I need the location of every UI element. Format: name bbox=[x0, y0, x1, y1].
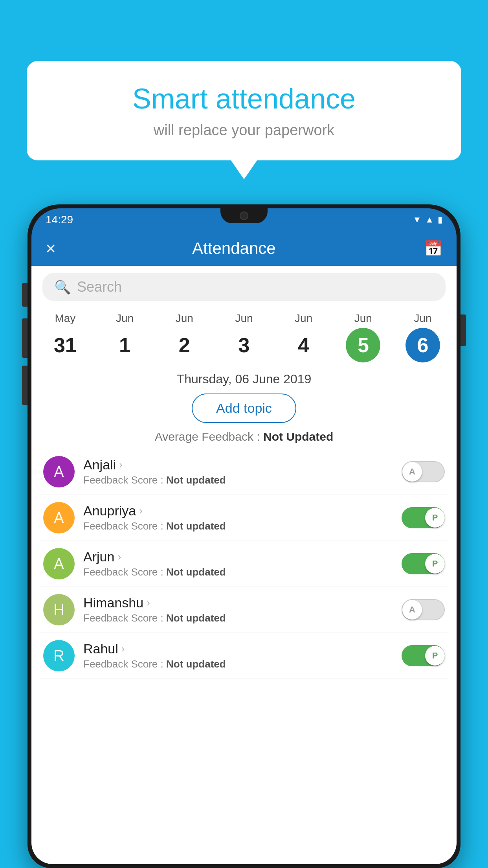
student-feedback: Feedback Score : Not updated bbox=[83, 520, 393, 532]
cal-month-label: Jun bbox=[354, 312, 372, 325]
add-topic-button[interactable]: Add topic bbox=[192, 394, 296, 423]
power-button bbox=[460, 314, 466, 346]
attendance-toggle[interactable]: P bbox=[402, 553, 445, 574]
student-name[interactable]: Anjali › bbox=[83, 457, 393, 473]
attendance-toggle[interactable]: P bbox=[402, 507, 445, 528]
phone-screen: 14:29 ▼ ▲ ▮ × Attendance 📅 🔍 Search bbox=[31, 208, 457, 864]
volume-silent-button bbox=[22, 283, 28, 307]
chevron-right-icon: › bbox=[119, 459, 123, 471]
chevron-right-icon: › bbox=[121, 643, 125, 655]
date-label: Thursday, 06 June 2019 bbox=[31, 366, 457, 390]
attendance-toggle[interactable]: A bbox=[402, 599, 445, 620]
calendar-day-31[interactable]: May31 bbox=[44, 312, 87, 362]
calendar-day-3[interactable]: Jun3 bbox=[222, 312, 266, 362]
toggle-knob: A bbox=[402, 462, 422, 482]
chevron-right-icon: › bbox=[139, 505, 143, 517]
avg-feedback-value: Not Updated bbox=[263, 430, 333, 443]
speech-bubble: Smart attendance will replace your paper… bbox=[27, 61, 461, 160]
student-feedback: Feedback Score : Not updated bbox=[83, 566, 393, 578]
cal-month-label: May bbox=[55, 312, 75, 325]
student-item-2: AArjun ›Feedback Score : Not updatedP bbox=[39, 541, 449, 587]
battery-icon: ▮ bbox=[438, 215, 442, 225]
app-title: Attendance bbox=[56, 239, 412, 258]
status-time: 14:29 bbox=[46, 213, 73, 226]
status-icons: ▼ ▲ ▮ bbox=[413, 215, 442, 225]
volume-down-button bbox=[22, 366, 28, 405]
search-container: 🔍 Search bbox=[31, 266, 457, 305]
student-item-0: AAnjali ›Feedback Score : Not updatedA bbox=[39, 449, 449, 495]
attendance-toggle[interactable]: P bbox=[402, 645, 445, 666]
phone-frame: 14:29 ▼ ▲ ▮ × Attendance 📅 🔍 Search bbox=[28, 204, 460, 868]
student-info: Anupriya ›Feedback Score : Not updated bbox=[83, 503, 393, 532]
avatar: A bbox=[43, 548, 75, 579]
student-item-1: AAnupriya ›Feedback Score : Not updatedP bbox=[39, 495, 449, 541]
student-name[interactable]: Arjun › bbox=[83, 549, 393, 565]
student-item-3: HHimanshu ›Feedback Score : Not updatedA bbox=[39, 587, 449, 633]
avatar: A bbox=[43, 502, 75, 533]
toggle-knob: P bbox=[425, 554, 445, 574]
search-input[interactable]: Search bbox=[77, 279, 122, 295]
toggle-knob: P bbox=[425, 508, 445, 528]
signal-icon: ▲ bbox=[425, 215, 434, 225]
cal-month-label: Jun bbox=[235, 312, 253, 325]
volume-up-button bbox=[22, 318, 28, 358]
status-bar: 14:29 ▼ ▲ ▮ bbox=[31, 208, 457, 231]
student-name[interactable]: Himanshu › bbox=[83, 595, 393, 611]
cal-month-label: Jun bbox=[116, 312, 134, 325]
cal-date-number: 5 bbox=[346, 328, 380, 362]
calendar-strip: May31Jun1Jun2Jun3Jun4Jun5Jun6 bbox=[31, 305, 457, 366]
front-camera bbox=[240, 211, 248, 220]
student-feedback: Feedback Score : Not updated bbox=[83, 612, 393, 624]
calendar-icon[interactable]: 📅 bbox=[424, 240, 442, 257]
toggle-knob: P bbox=[425, 646, 445, 666]
toggle-knob: A bbox=[402, 600, 422, 620]
wifi-icon: ▼ bbox=[413, 215, 421, 225]
calendar-day-5[interactable]: Jun5 bbox=[341, 312, 385, 362]
avg-feedback-label: Average Feedback : bbox=[155, 430, 263, 443]
cal-month-label: Jun bbox=[295, 312, 312, 325]
student-info: Arjun ›Feedback Score : Not updated bbox=[83, 549, 393, 578]
student-info: Anjali ›Feedback Score : Not updated bbox=[83, 457, 393, 486]
search-icon: 🔍 bbox=[54, 279, 71, 295]
app-bar: × Attendance 📅 bbox=[31, 231, 457, 266]
speech-bubble-container: Smart attendance will replace your paper… bbox=[27, 61, 461, 160]
close-button[interactable]: × bbox=[46, 240, 56, 257]
cal-month-label: Jun bbox=[176, 312, 193, 325]
cal-date-number: 6 bbox=[405, 328, 440, 362]
attendance-toggle[interactable]: A bbox=[402, 461, 445, 482]
speech-title: Smart attendance bbox=[50, 83, 438, 115]
cal-month-label: Jun bbox=[414, 312, 431, 325]
cal-date-number: 31 bbox=[48, 328, 83, 362]
avatar: H bbox=[43, 594, 75, 625]
average-feedback: Average Feedback : Not Updated bbox=[31, 427, 457, 449]
calendar-day-1[interactable]: Jun1 bbox=[103, 312, 147, 362]
avatar: A bbox=[43, 456, 75, 487]
cal-date-number: 2 bbox=[167, 328, 202, 362]
calendar-day-2[interactable]: Jun2 bbox=[163, 312, 206, 362]
student-item-4: RRahul ›Feedback Score : Not updatedP bbox=[39, 633, 449, 679]
notch bbox=[220, 208, 268, 223]
search-bar[interactable]: 🔍 Search bbox=[42, 273, 446, 301]
student-name[interactable]: Rahul › bbox=[83, 641, 393, 657]
chevron-right-icon: › bbox=[147, 597, 150, 609]
calendar-day-6[interactable]: Jun6 bbox=[401, 312, 444, 362]
student-info: Himanshu ›Feedback Score : Not updated bbox=[83, 595, 393, 624]
phone-content: 🔍 Search May31Jun1Jun2Jun3Jun4Jun5Jun6 T… bbox=[31, 266, 457, 864]
cal-date-number: 4 bbox=[286, 328, 321, 362]
chevron-right-icon: › bbox=[117, 551, 121, 563]
student-name[interactable]: Anupriya › bbox=[83, 503, 393, 519]
cal-date-number: 3 bbox=[227, 328, 261, 362]
student-feedback: Feedback Score : Not updated bbox=[83, 474, 393, 486]
student-info: Rahul ›Feedback Score : Not updated bbox=[83, 641, 393, 670]
student-feedback: Feedback Score : Not updated bbox=[83, 658, 393, 670]
calendar-day-4[interactable]: Jun4 bbox=[282, 312, 325, 362]
student-list: AAnjali ›Feedback Score : Not updatedAAA… bbox=[31, 449, 457, 679]
speech-subtitle: will replace your paperwork bbox=[50, 122, 438, 139]
avatar: R bbox=[43, 640, 75, 671]
cal-date-number: 1 bbox=[108, 328, 142, 362]
